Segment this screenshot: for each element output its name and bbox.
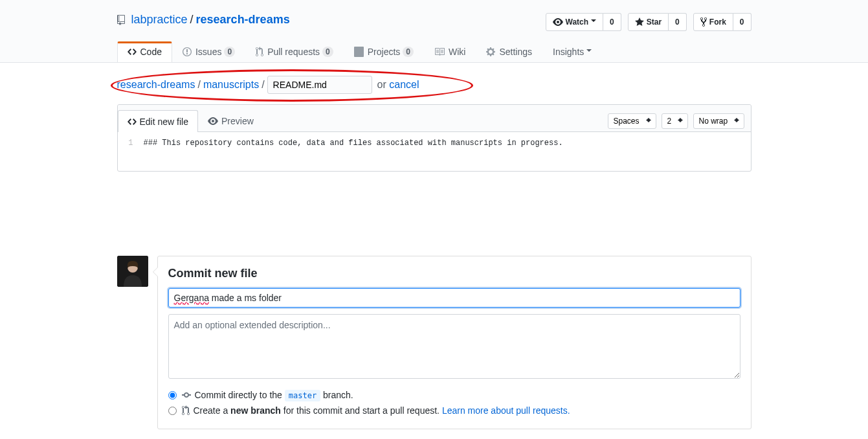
tab-settings-label: Settings: [499, 47, 532, 57]
tab-preview[interactable]: Preview: [198, 110, 263, 131]
tab-issues[interactable]: Issues 0: [172, 41, 245, 62]
avatar-icon: [117, 256, 148, 287]
fork-count[interactable]: 0: [733, 13, 751, 31]
tab-projects[interactable]: Projects 0: [344, 41, 424, 62]
code-icon: [128, 47, 137, 57]
projects-count: 0: [403, 47, 414, 57]
commit-form: Commit new file Gergana made a ms folder…: [157, 256, 751, 429]
path-separator: /: [197, 79, 200, 91]
commit-branch-radio[interactable]: [168, 407, 177, 415]
learn-more-link[interactable]: Learn more about pull requests.: [442, 405, 570, 416]
repo-link[interactable]: research-dreams: [196, 13, 290, 26]
filename-input[interactable]: [267, 76, 372, 94]
path-separator: /: [190, 13, 194, 27]
project-icon: [354, 47, 364, 57]
tab-issues-label: Issues: [195, 47, 221, 57]
cancel-link[interactable]: cancel: [389, 79, 419, 90]
fork-button[interactable]: Fork: [693, 13, 733, 31]
breadcrumb: research-dreams / manuscripts / or cance…: [117, 76, 751, 94]
tab-edit-label: Edit new file: [140, 117, 188, 127]
issues-count: 0: [224, 47, 235, 57]
watch-label: Watch: [566, 16, 589, 28]
pr-icon: [256, 47, 263, 57]
tab-settings[interactable]: Settings: [476, 41, 542, 62]
repo-nav: Code Issues 0 Pull requests 0 Projects 0…: [117, 41, 751, 62]
book-icon: [434, 47, 445, 57]
fork-label: Fork: [709, 16, 726, 28]
star-button[interactable]: Star: [628, 13, 669, 31]
caret-down-icon: [586, 49, 592, 54]
repo-icon: [117, 15, 128, 25]
tab-insights-label: Insights: [553, 47, 584, 57]
tab-edit-file[interactable]: Edit new file: [118, 110, 198, 132]
tab-code[interactable]: Code: [117, 41, 172, 62]
tab-preview-label: Preview: [221, 116, 254, 126]
commit-summary-input[interactable]: [168, 288, 740, 308]
tab-wiki-label: Wiki: [449, 47, 465, 57]
git-commit-icon: [182, 390, 191, 400]
tab-pulls-label: Pull requests: [267, 47, 320, 57]
tab-code-label: Code: [140, 47, 162, 57]
eye-icon: [553, 17, 563, 27]
commit-description-input[interactable]: [168, 314, 740, 379]
repo-title: labpractice / research-dreams: [117, 13, 290, 27]
breadcrumb-repo[interactable]: research-dreams: [117, 79, 195, 91]
branch-name: master: [285, 390, 320, 401]
tab-wiki[interactable]: Wiki: [424, 41, 476, 62]
pulls-count: 0: [322, 47, 333, 57]
or-text: or cancel: [377, 79, 419, 91]
tab-pulls[interactable]: Pull requests 0: [245, 41, 344, 62]
star-label: Star: [647, 16, 662, 28]
pr-icon: [182, 405, 190, 416]
commit-direct-radio[interactable]: [168, 391, 177, 400]
wrap-select[interactable]: No wrap: [693, 113, 744, 129]
eye-icon: [208, 116, 218, 126]
indent-size-select[interactable]: 2: [662, 113, 688, 129]
breadcrumb-folder[interactable]: manuscripts: [203, 79, 259, 91]
star-group: Star 0: [628, 13, 687, 31]
tab-projects-label: Projects: [368, 47, 401, 57]
commit-heading: Commit new file: [168, 267, 740, 280]
fork-icon: [700, 17, 707, 27]
editor-box: Edit new file Preview Spaces 2 No wrap 1…: [117, 104, 751, 172]
line-number: 1: [124, 139, 144, 164]
indent-mode-select[interactable]: Spaces: [608, 113, 656, 129]
watch-group: Watch 0: [546, 13, 621, 31]
watch-button[interactable]: Watch: [546, 13, 604, 31]
code-editor[interactable]: 1 ### This repository contains code, dat…: [118, 132, 751, 171]
code-icon: [128, 117, 137, 127]
code-line: ### This repository contains code, data …: [144, 139, 563, 164]
gear-icon: [486, 47, 495, 57]
user-avatar[interactable]: [117, 256, 148, 287]
caret-down-icon: [591, 19, 596, 25]
star-count[interactable]: 0: [669, 13, 687, 31]
watch-count[interactable]: 0: [603, 13, 621, 31]
path-separator: /: [262, 79, 264, 91]
issue-icon: [183, 47, 192, 57]
star-icon: [635, 17, 644, 27]
commit-branch-option[interactable]: Create a new branch for this commit and …: [168, 403, 740, 418]
tab-insights[interactable]: Insights: [542, 41, 602, 62]
fork-group: Fork 0: [693, 13, 751, 31]
owner-link[interactable]: labpractice: [131, 13, 188, 27]
commit-direct-option[interactable]: Commit directly to the master branch.: [168, 387, 740, 403]
